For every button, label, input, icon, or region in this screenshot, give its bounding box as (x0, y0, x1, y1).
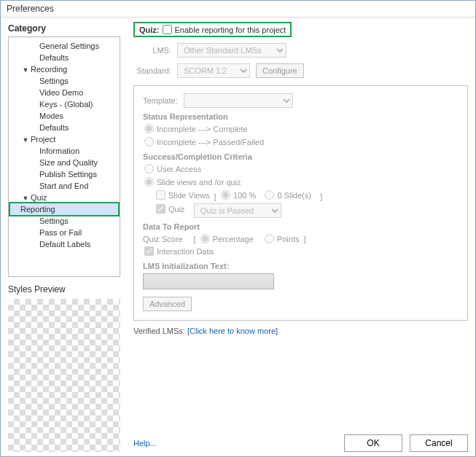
tree-item-label: Information (39, 147, 79, 155)
quiz-label: Quiz: (139, 26, 160, 34)
help-link[interactable]: Help... (133, 439, 157, 448)
slide-count-radio[interactable]: 0 Slide(s) (265, 190, 311, 200)
interaction-data-checkbox[interactable]: Interaction Data (144, 246, 214, 256)
slide-views-quiz-radio[interactable]: Slide views and /or quiz (144, 177, 241, 187)
twisty-icon: ▼ (20, 66, 31, 74)
tree-item-label: Settings (39, 216, 69, 225)
tree-item-label: Modes (39, 112, 63, 120)
tree-item-label: Publish Settings (39, 170, 97, 179)
lms-select[interactable]: Other Standard LMSs (177, 43, 286, 58)
advanced-button[interactable]: Advanced (143, 297, 192, 311)
slide-views-checkbox[interactable]: Slide Views (156, 190, 210, 200)
points-radio[interactable]: Points (265, 234, 300, 243)
quiz-score-row: Quiz Score [ Percentage Points ] (143, 234, 459, 243)
tree-item-label: Start and End (39, 181, 88, 190)
lms-row: LMS: Other Standard LMSs (133, 43, 468, 58)
percentage-radio[interactable]: Percentage (200, 234, 254, 243)
quiz-passed-select[interactable]: Quiz is Passed (194, 203, 281, 218)
lms-label: LMS: (133, 46, 171, 55)
tree-item-settings[interactable]: Settings (9, 215, 120, 227)
tree-item-label: Quiz (31, 193, 47, 202)
verified-label: Verified LMSs: (133, 327, 185, 335)
data-to-report-heading: Data To Report (143, 222, 459, 231)
tree-item-keys-global-[interactable]: Keys - (Global) (9, 98, 120, 110)
category-heading: Category (8, 23, 120, 34)
dialog-footer: Help... OK Cancel (133, 424, 468, 452)
twisty-icon: ▼ (20, 136, 31, 144)
quiz-passed-row: Quiz Quiz is Passed (156, 203, 459, 218)
template-label: Template: (143, 96, 178, 105)
slide-views-row: Slide Views [ 100 % 0 Slide(s) ] (156, 190, 459, 201)
configure-button[interactable]: Configure (256, 63, 304, 78)
twisty-icon: ▼ (20, 195, 31, 202)
reporting-panel: Template: Status Representation Incomple… (133, 85, 468, 321)
tree-item-defaults[interactable]: Defaults (9, 52, 120, 63)
tree-item-label: Recording (31, 65, 67, 74)
enable-reporting-label: Enable reporting for this project (175, 26, 286, 34)
tree-item-label: Video Demo (39, 88, 83, 97)
standard-select[interactable]: SCORM 1.2 (177, 63, 250, 78)
status-opt-passedfailed[interactable]: Incomplete ---> Passed/Failed (144, 137, 264, 147)
tree-item-label: Defaults (39, 53, 69, 62)
tree-item-label: Pass or Fail (39, 228, 82, 237)
tree-item-general-settings[interactable]: General Settings (9, 40, 120, 52)
cancel-button[interactable]: Cancel (410, 434, 468, 452)
tree-item-reporting[interactable]: Reporting (9, 202, 120, 216)
tree-item-label: Defaults (39, 123, 69, 132)
tree-item-label: General Settings (39, 42, 99, 50)
lms-init-input[interactable] (143, 273, 274, 289)
styles-preview-area (8, 299, 120, 452)
template-select[interactable] (184, 93, 293, 108)
tree-item-project[interactable]: ▼Project (9, 133, 120, 145)
tree-item-modes[interactable]: Modes (9, 110, 120, 122)
slide-pct-radio[interactable]: 100 % (221, 190, 256, 200)
tree-item-video-demo[interactable]: Video Demo (9, 87, 120, 98)
lms-init-label: LMS Initialization Text: (143, 262, 459, 270)
tree-item-pass-or-fail[interactable]: Pass or Fail (9, 227, 120, 238)
standard-row: Standard: SCORM 1.2 Configure (133, 63, 468, 78)
tree-item-label: Keys - (Global) (39, 100, 93, 109)
quiz-checkbox[interactable]: Quiz (156, 204, 185, 214)
tree-item-recording[interactable]: ▼Recording (9, 63, 120, 75)
category-tree[interactable]: General SettingsDefaults▼RecordingSettin… (8, 36, 120, 277)
tree-item-start-and-end[interactable]: Start and End (9, 180, 120, 192)
tree-item-default-labels[interactable]: Default Labels (9, 238, 120, 250)
enable-reporting-checkbox[interactable] (163, 25, 172, 34)
tree-item-label: Project (31, 135, 55, 144)
tree-item-settings[interactable]: Settings (9, 75, 120, 87)
enable-reporting-row: Quiz: Enable reporting for this project (133, 22, 292, 37)
status-opt-complete[interactable]: Incomplete ---> Complete (144, 124, 247, 133)
status-representation-heading: Status Representation (143, 112, 459, 121)
quiz-score-label: Quiz Score (143, 235, 182, 243)
ok-button[interactable]: OK (344, 434, 402, 452)
tree-item-label: Default Labels (39, 240, 90, 249)
success-criteria-heading: Success/Completion Criteria (143, 152, 459, 161)
preferences-dialog: Preferences Category General SettingsDef… (0, 0, 476, 457)
window-title: Preferences (1, 1, 475, 17)
tree-item-defaults[interactable]: Defaults (9, 122, 120, 133)
tree-item-label: Reporting (20, 205, 55, 214)
main-panel: Quiz: Enable reporting for this project … (125, 17, 475, 457)
verified-link[interactable]: [Click here to know more] (187, 327, 278, 335)
styles-preview-label: Styles Preview (8, 284, 120, 294)
sidebar: Category General SettingsDefaults▼Record… (1, 17, 125, 457)
user-access-radio[interactable]: User Access (144, 164, 201, 173)
dialog-body: Category General SettingsDefaults▼Record… (1, 17, 475, 457)
verified-lms-row: Verified LMSs: [Click here to know more] (133, 327, 468, 335)
tree-item-publish-settings[interactable]: Publish Settings (9, 168, 120, 180)
tree-item-size-and-quality[interactable]: Size and Quality (9, 157, 120, 168)
standard-label: Standard: (133, 66, 171, 75)
tree-item-label: Size and Quality (39, 158, 98, 167)
tree-item-information[interactable]: Information (9, 145, 120, 157)
tree-item-label: Settings (39, 77, 69, 85)
